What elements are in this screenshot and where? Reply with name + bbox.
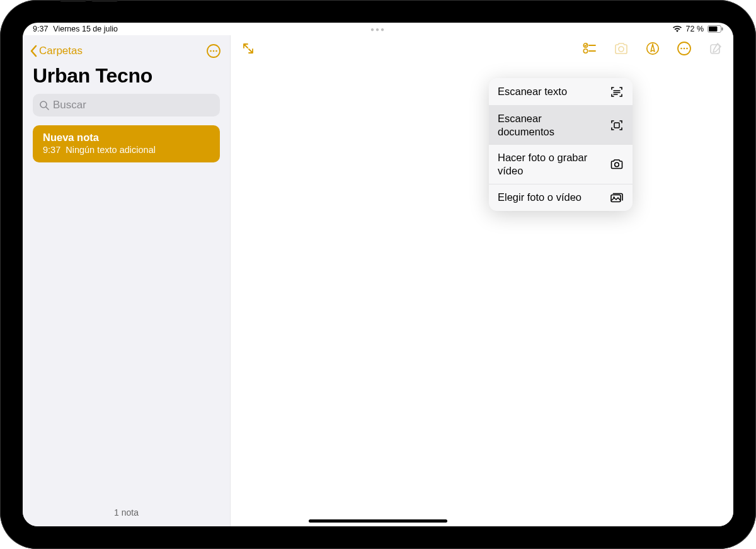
folder-title: Urban Tecno xyxy=(33,64,220,88)
battery-icon xyxy=(707,25,723,33)
search-input[interactable] xyxy=(53,99,214,111)
note-time: 9:37 xyxy=(43,145,60,155)
search-field[interactable] xyxy=(33,94,220,116)
volume-up-button xyxy=(60,0,86,2)
notes-sidebar: Carpetas Urban Tecno Nueva no xyxy=(23,35,231,526)
svg-rect-23 xyxy=(614,123,619,128)
svg-point-11 xyxy=(583,49,587,53)
status-date: Viernes 15 de julio xyxy=(53,25,118,33)
note-title: Nueva nota xyxy=(43,132,210,144)
note-preview: Ningún texto adicional xyxy=(66,145,156,155)
svg-point-16 xyxy=(680,48,682,50)
checklist-icon xyxy=(583,42,597,55)
photo-library-icon xyxy=(610,192,624,203)
note-list-item[interactable]: Nueva nota 9:37Ningún texto adicional xyxy=(33,125,220,162)
checklist-button[interactable] xyxy=(581,40,598,57)
scan-text-icon xyxy=(610,86,624,98)
expand-sidebar-button[interactable] xyxy=(239,40,257,57)
svg-point-17 xyxy=(684,48,685,50)
volume-down-button xyxy=(91,0,118,2)
ellipsis-circle-icon xyxy=(677,41,692,56)
back-label: Carpetas xyxy=(39,45,83,57)
editor-toolbar xyxy=(231,35,733,62)
svg-point-13 xyxy=(619,47,624,52)
markup-icon xyxy=(646,42,660,55)
menu-scan-documents[interactable]: Escanear documentos xyxy=(489,105,633,144)
camera-icon xyxy=(614,42,629,55)
menu-take-photo-video[interactable]: Hacer foto o grabar vídeo xyxy=(489,144,633,183)
home-indicator[interactable] xyxy=(309,519,447,523)
multitask-dots[interactable]: ●●● xyxy=(370,26,386,33)
battery-percent: 72 % xyxy=(686,25,704,33)
svg-rect-1 xyxy=(709,26,718,31)
menu-choose-photo-video[interactable]: Elegir foto o vídeo xyxy=(489,184,633,211)
compose-icon xyxy=(709,42,723,55)
markup-button[interactable] xyxy=(644,40,662,57)
back-to-folders-button[interactable]: Carpetas xyxy=(30,45,83,57)
ipad-device-frame: 9:37 Viernes 15 de julio ●●● 72 % xyxy=(0,0,756,549)
menu-scan-text[interactable]: Escanear texto xyxy=(489,78,633,105)
sidebar-footer-count: 1 nota xyxy=(23,499,230,526)
svg-point-4 xyxy=(210,50,212,52)
ellipsis-circle-icon xyxy=(206,43,221,59)
status-bar: 9:37 Viernes 15 de julio ●●● 72 % xyxy=(23,23,733,35)
camera-menu-popover: Escanear texto Escanear documentos Hacer… xyxy=(489,78,633,211)
status-time: 9:37 xyxy=(33,25,48,33)
sidebar-more-button[interactable] xyxy=(205,42,222,60)
svg-point-24 xyxy=(615,162,619,167)
scan-doc-icon xyxy=(610,119,624,132)
svg-line-8 xyxy=(46,107,49,110)
camera-icon xyxy=(610,159,624,170)
camera-button[interactable] xyxy=(612,40,630,57)
expand-icon xyxy=(242,42,255,55)
search-icon xyxy=(39,100,49,110)
note-editor[interactable]: Escanear texto Escanear documentos Hacer… xyxy=(231,35,733,526)
svg-rect-2 xyxy=(722,28,723,31)
compose-button[interactable] xyxy=(707,40,724,57)
wifi-icon xyxy=(672,25,682,33)
svg-point-5 xyxy=(213,50,215,52)
screen: 9:37 Viernes 15 de julio ●●● 72 % xyxy=(23,23,733,526)
svg-point-6 xyxy=(215,50,217,52)
svg-point-18 xyxy=(686,48,688,50)
editor-more-button[interactable] xyxy=(675,40,693,57)
